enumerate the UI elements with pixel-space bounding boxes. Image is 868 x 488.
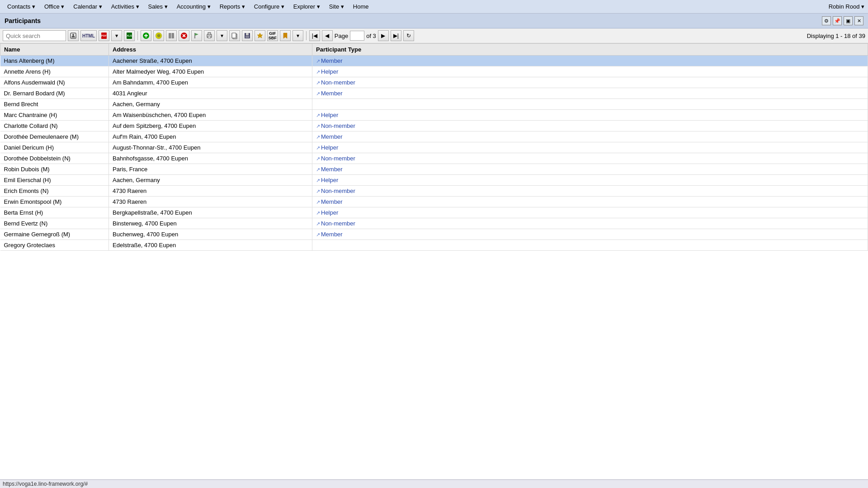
table-row[interactable]: Daniel Dericum (H)August-Thonnar-Str., 4… [0, 142, 868, 153]
type-link[interactable]: Non-member [316, 155, 355, 162]
close-button[interactable]: ✕ [854, 16, 863, 25]
last-page-button[interactable]: ▶| [391, 30, 401, 41]
nav-item-site[interactable]: Site ▾ [326, 2, 348, 11]
type-link[interactable]: Non-member [316, 188, 355, 194]
table-row[interactable]: Dorothée Demeulenaere (M)Auf'm Rain, 470… [0, 131, 868, 142]
nav-item-office[interactable]: Office ▾ [41, 2, 68, 11]
excel-button[interactable]: XLS [124, 30, 135, 41]
table-row[interactable]: Hans Altenberg (M)Aachener Straße, 4700 … [0, 56, 868, 66]
type-link[interactable]: Member [316, 57, 343, 64]
cell-address: Bergkapellstraße, 4700 Eupen [109, 207, 312, 218]
admin-button[interactable] [255, 30, 265, 41]
print-button[interactable] [204, 30, 215, 41]
col-header-type[interactable]: Participant Type [312, 44, 868, 56]
display-info: Displaying 1 - 18 of 39 [807, 33, 865, 39]
svg-rect-23 [245, 36, 249, 38]
bookmark-arrow-button[interactable]: ▾ [292, 30, 303, 41]
nav-item-reports[interactable]: Reports ▾ [216, 2, 249, 11]
table-row[interactable]: Marc Chantraine (H)Am Waisenbüschchen, 4… [0, 110, 868, 121]
cell-type: Non-member [312, 218, 868, 229]
nav-item-activities[interactable]: Activities ▾ [108, 2, 143, 11]
table-row[interactable]: Dr. Bernard Bodard (M)4031 AngleurMember [0, 88, 868, 99]
table-row[interactable]: Bernd Evertz (N)Binsterweg, 4700 EupenNo… [0, 218, 868, 229]
type-link[interactable]: Non-member [316, 220, 355, 227]
settings-button[interactable]: ⚙ [822, 16, 831, 25]
type-link[interactable]: Member [316, 133, 343, 140]
type-link[interactable]: Member [316, 90, 343, 97]
cell-type: Non-member [312, 153, 868, 164]
toolbar: HTML PDF ▾ XLS ⊕ ▾ GIFSBF ▾ |◀ ◀ [0, 28, 868, 43]
bookmark-button[interactable] [280, 30, 291, 41]
table-row[interactable]: Berta Ernst (H)Bergkapellstraße, 4700 Eu… [0, 207, 868, 218]
gif-sbf-button[interactable]: GIFSBF [267, 30, 278, 41]
col-header-name[interactable]: Name [0, 44, 109, 56]
cell-type: Helper [312, 175, 868, 186]
save-button[interactable] [242, 30, 253, 41]
copy-button[interactable] [229, 30, 240, 41]
search-input[interactable] [3, 30, 66, 41]
cell-address: Am Bahndamm, 4700 Eupen [109, 77, 312, 88]
table-row[interactable]: Robin Dubois (M)Paris, FranceMember [0, 164, 868, 175]
nav-item-explorer[interactable]: Explorer ▾ [290, 2, 324, 11]
table-header-row: Name Address Participant Type [0, 44, 868, 56]
type-link[interactable]: Helper [316, 177, 338, 183]
page-number-input[interactable]: 1 [350, 31, 364, 41]
html-button[interactable]: HTML [80, 30, 97, 41]
cell-name: Gregory Groteclaes [0, 240, 109, 251]
maximize-button[interactable]: ▣ [844, 16, 853, 25]
table-row[interactable]: Emil Eierschal (H)Aachen, GermanyHelper [0, 175, 868, 186]
nav-item-home[interactable]: Home [349, 2, 373, 11]
merge-button[interactable] [166, 30, 177, 41]
table-row[interactable]: Alfons Ausdemwald (N)Am Bahndamm, 4700 E… [0, 77, 868, 88]
prev-page-button[interactable]: ◀ [322, 30, 333, 41]
table-row[interactable]: Annette Arens (H)Alter Malmedyer Weg, 47… [0, 66, 868, 77]
type-link[interactable]: Helper [316, 209, 338, 216]
page-total: of 3 [366, 33, 376, 39]
cell-name: Alfons Ausdemwald (N) [0, 77, 109, 88]
cell-name: Daniel Dericum (H) [0, 142, 109, 153]
add-button[interactable] [141, 30, 151, 41]
contacts-button[interactable] [68, 30, 79, 41]
cell-name: Erich Emonts (N) [0, 186, 109, 197]
next-page-button[interactable]: ▶ [378, 30, 389, 41]
cell-name: Erwin Emontspool (M) [0, 197, 109, 207]
col-header-address[interactable]: Address [109, 44, 312, 56]
table-row[interactable]: Charlotte Collard (N)Auf dem Spitzberg, … [0, 121, 868, 131]
cell-address: 4730 Raeren [109, 197, 312, 207]
svg-text:XLS: XLS [127, 34, 132, 37]
type-link[interactable]: Helper [316, 112, 338, 118]
table-row[interactable]: Bernd BrechtAachen, Germany [0, 99, 868, 110]
pdf-arrow-button[interactable]: ▾ [111, 30, 122, 41]
user-menu[interactable]: Robin Rood ▾ [829, 3, 864, 10]
table-row[interactable]: Gregory GroteclaesEdelstraße, 4700 Eupen [0, 240, 868, 251]
refresh-button[interactable]: ↻ [403, 30, 414, 41]
flag-button[interactable] [191, 30, 202, 41]
table-row[interactable]: Erwin Emontspool (M)4730 RaerenMember [0, 197, 868, 207]
type-link[interactable]: Helper [316, 144, 338, 151]
type-link[interactable]: Non-member [316, 122, 355, 129]
nav-item-contacts[interactable]: Contacts ▾ [4, 2, 39, 11]
cell-name: Charlotte Collard (N) [0, 121, 109, 131]
print-arrow-button[interactable]: ▾ [217, 30, 227, 41]
nav-item-calendar[interactable]: Calendar ▾ [70, 2, 105, 11]
pin-button[interactable]: 📌 [833, 16, 842, 25]
table-row[interactable]: Erich Emonts (N)4730 RaerenNon-member [0, 186, 868, 197]
pdf-button[interactable]: PDF [99, 30, 109, 41]
type-link[interactable]: Helper [316, 68, 338, 75]
first-page-button[interactable]: |◀ [309, 30, 320, 41]
cell-address: Aachen, Germany [109, 175, 312, 186]
duplicate-button[interactable]: ⊕ [153, 30, 164, 41]
type-link[interactable]: Non-member [316, 79, 355, 86]
type-link[interactable]: Member [316, 166, 343, 173]
type-link[interactable]: Member [316, 198, 343, 205]
type-link[interactable]: Member [316, 231, 343, 238]
table-row[interactable]: Germaine Gernegroß (M)Buchenweg, 4700 Eu… [0, 229, 868, 240]
nav-item-configure[interactable]: Configure ▾ [250, 2, 288, 11]
delete-button[interactable] [179, 30, 189, 41]
nav-item-sales[interactable]: Sales ▾ [145, 2, 171, 11]
cell-address: Auf'm Rain, 4700 Eupen [109, 131, 312, 142]
nav-item-accounting[interactable]: Accounting ▾ [173, 2, 214, 11]
table-row[interactable]: Dorothée Dobbelstein (N)Bahnhofsgasse, 4… [0, 153, 868, 164]
cell-address: 4730 Raeren [109, 186, 312, 197]
cell-name: Marc Chantraine (H) [0, 110, 109, 121]
